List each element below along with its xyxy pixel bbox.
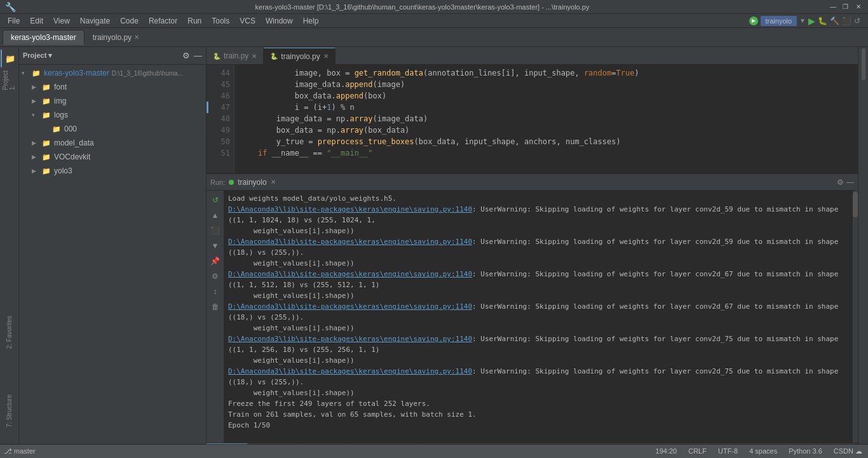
console-line-10: D:\Anaconda3\lib\site-packages\keras\eng… — [228, 333, 849, 355]
run-dot-icon — [229, 180, 234, 185]
indent-style[interactable]: 4 spaces — [747, 447, 779, 455]
editor-tab-trainyolo-close[interactable]: ✕ — [323, 53, 329, 60]
sort-button[interactable]: ↕ — [208, 285, 222, 299]
scroll-down-button[interactable]: ▼ — [208, 239, 222, 253]
console-line-16: Epoch 1/50 — [228, 420, 849, 431]
activity-project[interactable]: 📁 — [1, 50, 18, 67]
settings-run-button[interactable]: ⚙ — [208, 269, 222, 283]
console-link-3[interactable]: D:\Anaconda3\lib\site-packages\keras\eng… — [228, 270, 472, 278]
trainyolo-py-icon: 🐍 — [270, 53, 278, 60]
close-button[interactable]: ✕ — [854, 3, 863, 11]
console-link-2[interactable]: D:\Anaconda3\lib\site-packages\keras\eng… — [228, 238, 472, 246]
run-settings-icon[interactable]: ⚙ — [837, 178, 844, 187]
tree-item-yolo3[interactable]: ▶ 📁 yolo3 — [19, 164, 206, 178]
cursor-position[interactable]: 194:20 — [654, 447, 679, 455]
console-line-11: weight_values[i].shape)) — [228, 355, 849, 366]
csdn-icon[interactable]: CSDN ☁ — [832, 447, 864, 455]
sidebar-label-7-structure[interactable]: 7: Structure — [6, 392, 13, 430]
menu-code[interactable]: Code — [115, 15, 144, 27]
editor-tab-trainyolo[interactable]: 🐍 trainyolo.py ✕ — [264, 48, 335, 64]
console-link-5[interactable]: D:\Anaconda3\lib\site-packages\keras\eng… — [228, 335, 472, 343]
minimize-button[interactable]: — — [829, 3, 837, 11]
menu-run[interactable]: Run — [182, 15, 207, 27]
tree-font-icon: 📁 — [42, 83, 52, 91]
menu-vcs[interactable]: VCS — [234, 15, 261, 27]
run-config-selector[interactable]: trainyolo — [761, 16, 797, 26]
tree-item-vocdevkit[interactable]: ▶ 📁 VOCdevkit — [19, 150, 206, 164]
menu-refactor[interactable]: Refactor — [144, 15, 182, 27]
maximize-button[interactable]: ❐ — [841, 3, 850, 11]
menu-view[interactable]: View — [48, 15, 75, 27]
console-link-1[interactable]: D:\Anaconda3\lib\site-packages\keras\eng… — [228, 205, 472, 213]
editor-tab-train-close[interactable]: ✕ — [252, 53, 257, 60]
stop-button[interactable]: ⬛ — [842, 17, 851, 25]
code-line-46: box_data.append(box) — [240, 90, 853, 102]
tree-item-logs[interactable]: ▾ 📁 logs — [19, 108, 206, 122]
tree-img-arrow: ▶ — [32, 98, 42, 104]
rerun-button[interactable]: ↺ — [208, 193, 222, 207]
console-scrollbar[interactable] — [853, 191, 858, 443]
tree-font-arrow: ▶ — [32, 84, 42, 90]
scrollbar-thumb[interactable] — [853, 192, 858, 217]
line-51: 51 — [207, 147, 234, 159]
tree-yolo3-label: yolo3 — [54, 166, 72, 175]
tree-item-img[interactable]: ▶ 📁 img — [19, 94, 206, 108]
project-panel: Project ▾ ⚙ — ▾ 📁 keras-yolo3-master D:\… — [19, 47, 207, 444]
console-line-3: weight_values[i].shape)) — [228, 226, 849, 236]
sidebar-label-1-project[interactable]: 1: Project — [1, 71, 18, 89]
update-button[interactable]: ↺ — [854, 17, 860, 25]
menu-help[interactable]: Help — [298, 15, 324, 27]
tree-root[interactable]: ▾ 📁 keras-yolo3-master D:\1_3_16\github\… — [19, 66, 206, 80]
console-link-6[interactable]: D:\Anaconda3\lib\site-packages\keras\eng… — [228, 367, 472, 375]
code-line-49: box_data = np.array(box_data) — [240, 125, 853, 136]
code-editor: 44 45 46 47 48 49 50 51 image, box = get… — [207, 65, 858, 173]
editor-tabs: 🐍 train.py ✕ 🐍 trainyolo.py ✕ — [207, 47, 858, 65]
stop-run-button[interactable]: ⬛ — [208, 224, 222, 238]
menu-edit[interactable]: Edit — [25, 15, 48, 27]
menu-window[interactable]: Window — [261, 15, 298, 27]
run-collapse-icon[interactable]: — — [846, 178, 854, 187]
editor-scrollbar-thumb[interactable] — [862, 48, 865, 80]
sidebar-label-2-favorites[interactable]: 2: Favorites — [6, 313, 13, 351]
titlebar: 🔧 keras-yolo3-master [D:\1_3_16\github\h… — [0, 0, 868, 14]
pin-button[interactable]: 📌 — [208, 254, 222, 268]
line-ending[interactable]: CRLF — [686, 447, 709, 455]
project-tab-master[interactable]: keras-yolo3-master — [3, 30, 85, 45]
code-content[interactable]: image, box = get_random_data(annotation_… — [234, 65, 858, 173]
run-config-name[interactable]: trainyolo — [238, 178, 266, 187]
encoding[interactable]: UTF-8 — [716, 447, 740, 455]
menu-navigate[interactable]: Navigate — [75, 15, 115, 27]
console-output[interactable]: Load weights model_data/yolo_weights.h5.… — [224, 191, 853, 443]
line-49: 49 — [207, 125, 234, 136]
vcs-status[interactable]: ⎇ master — [4, 447, 36, 455]
tree-item-font[interactable]: ▶ 📁 font — [19, 80, 206, 94]
project-tab-trainyolo-close[interactable]: ✕ — [134, 34, 139, 41]
statusbar: ⎇ master 194:20 CRLF UTF-8 4 spaces Pyth… — [0, 444, 868, 458]
tree-item-model-data[interactable]: ▶ 📁 model_data — [19, 136, 206, 150]
tree-img-label: img — [54, 97, 66, 105]
tree-voc-icon: 📁 — [42, 153, 52, 161]
run-config-dropdown[interactable]: ▼ — [799, 17, 806, 24]
line-44: 44 — [207, 67, 234, 79]
python-version[interactable]: Python 3.6 — [787, 447, 824, 455]
debug-button[interactable]: 🐛 — [818, 17, 827, 25]
project-icon-settings[interactable]: ⚙ — [182, 51, 190, 60]
console-line-15: Train on 261 samples, val on 65 samples,… — [228, 409, 849, 420]
editor-tab-train[interactable]: 🐍 train.py ✕ — [207, 48, 264, 64]
tree-root-label: keras-yolo3-master — [44, 69, 109, 77]
editor-tab-train-label: train.py — [224, 51, 248, 60]
project-tab-trainyolo[interactable]: trainyolo.py ✕ — [85, 30, 147, 45]
project-icon-collapse[interactable]: — — [194, 51, 202, 60]
tree-item-000[interactable]: 📁 000 — [19, 122, 206, 136]
build-button[interactable]: 🔨 — [830, 17, 839, 25]
scroll-up-button[interactable]: ▲ — [208, 208, 222, 222]
console-link-4[interactable]: D:\Anaconda3\lib\site-packages\keras\eng… — [228, 302, 472, 311]
run-button[interactable]: ▶ — [808, 16, 815, 26]
clear-button[interactable]: 🗑 — [208, 300, 222, 314]
menu-tools[interactable]: Tools — [207, 15, 234, 27]
code-line-48: image_data = np.array(image_data) — [240, 113, 853, 125]
breakpoint-indicator — [207, 102, 208, 113]
editor-tab-trainyolo-label: trainyolo.py — [281, 52, 320, 61]
run-tab-close[interactable]: ✕ — [271, 178, 276, 185]
menu-file[interactable]: File — [3, 15, 25, 27]
